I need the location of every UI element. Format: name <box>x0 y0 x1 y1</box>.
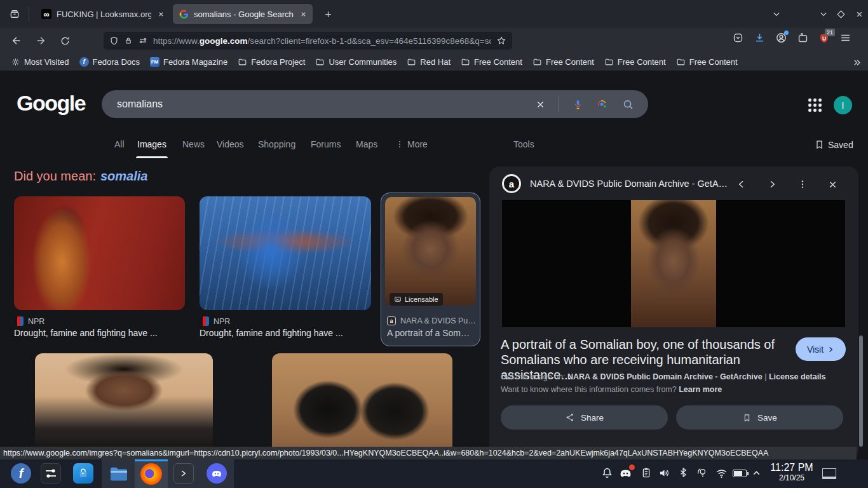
tools-button[interactable]: Tools <box>513 139 534 149</box>
result-source-1[interactable]: NPR <box>14 316 44 326</box>
url-bar[interactable]: https://www.google.com/search?client=fir… <box>104 32 512 50</box>
shield-check-icon[interactable] <box>732 32 744 44</box>
discord-icon[interactable] <box>207 463 227 484</box>
browser-tab-google-search[interactable]: somalians - Google Search <box>173 4 313 24</box>
tab-videos[interactable]: Videos <box>217 139 244 149</box>
window-maximize-button[interactable] <box>834 8 847 20</box>
voice-search-icon[interactable] <box>566 98 590 111</box>
result-title-2[interactable]: Drought, famine and fighting have ... <box>200 328 343 338</box>
tab-close-icon[interactable] <box>158 11 165 18</box>
bookmark-folder-red-hat[interactable]: Red Hat <box>402 55 455 69</box>
share-button[interactable]: Share <box>501 405 668 430</box>
result-source-3[interactable]: a NARA & DVIDS Pu… <box>387 316 476 325</box>
extensions-icon[interactable] <box>797 32 809 44</box>
taskbar-clock[interactable]: 11:27 PM 2/10/25 <box>765 462 818 482</box>
bookmark-fedora-magazine[interactable]: FM Fedora Magazine <box>146 55 232 69</box>
avatar[interactable]: I <box>834 96 852 114</box>
bookmark-most-visited[interactable]: Most Visited <box>6 55 74 69</box>
lock-icon[interactable] <box>124 36 133 45</box>
menu-hamburger-icon[interactable] <box>839 32 851 44</box>
tray-expand-chevron-icon[interactable] <box>751 468 762 478</box>
search-box[interactable]: somalians <box>102 90 648 118</box>
result-title-3[interactable]: A portrait of a Som… <box>387 328 470 338</box>
battery-icon[interactable] <box>733 470 747 477</box>
back-icon[interactable] <box>9 33 24 48</box>
panel-scrollbar[interactable] <box>859 336 863 447</box>
search-input[interactable]: somalians <box>117 98 528 110</box>
tab-news[interactable]: News <box>182 139 205 149</box>
list-all-tabs-icon[interactable] <box>770 8 783 20</box>
permissions-icon[interactable] <box>138 36 148 46</box>
tab-shopping[interactable]: Shopping <box>258 139 295 149</box>
result-image-1[interactable] <box>14 196 185 310</box>
downloads-icon[interactable] <box>754 32 766 44</box>
saved-button[interactable]: Saved <box>814 139 853 150</box>
bookmark-folder-fedora-project[interactable]: Fedora Project <box>233 55 309 69</box>
account-icon[interactable] <box>775 32 787 44</box>
screen: ∞ FUCKING | Looksmax.org somalians - Goo… <box>0 0 868 488</box>
bookmark-folder-user-communities[interactable]: User Communities <box>311 55 401 69</box>
fedora-menu-icon[interactable]: f <box>11 463 31 484</box>
ublock-origin-icon[interactable]: 21 <box>818 32 830 44</box>
license-details-link[interactable]: License details <box>769 372 826 381</box>
google-lens-icon[interactable] <box>590 98 614 111</box>
bookmark-folder-free-content-4[interactable]: Free Content <box>672 55 742 69</box>
previous-image-chevron-icon[interactable] <box>735 177 749 191</box>
result-image-2[interactable] <box>200 196 371 310</box>
software-store-icon[interactable] <box>73 463 93 484</box>
bookmark-fedora-docs[interactable]: f Fedora Docs <box>75 55 144 69</box>
preview-close-icon[interactable] <box>825 177 839 191</box>
preview-source-link[interactable]: NARA & DVIDS Public Domain Archive - Get… <box>567 372 763 381</box>
new-tab-button[interactable] <box>321 7 335 21</box>
visit-button[interactable]: Visit <box>796 337 846 361</box>
next-image-chevron-icon[interactable] <box>765 177 779 191</box>
result-image-5[interactable] <box>272 353 452 447</box>
google-apps-grid-icon[interactable] <box>808 98 822 112</box>
discord-tray-icon[interactable] <box>618 466 633 480</box>
night-light-icon[interactable] <box>696 466 709 479</box>
bookmark-folder-free-content-1[interactable]: Free Content <box>456 55 527 69</box>
learn-more-link[interactable]: Learn more <box>679 385 722 394</box>
notifications-bell-icon[interactable] <box>600 466 614 480</box>
wifi-icon[interactable] <box>715 466 728 480</box>
search-submit-icon[interactable] <box>614 98 642 111</box>
bookmark-folder-free-content-2[interactable]: Free Content <box>528 55 599 69</box>
did-you-mean-link[interactable]: somalia <box>100 169 147 183</box>
save-button[interactable]: Save <box>676 405 843 430</box>
show-desktop-button[interactable] <box>822 468 836 479</box>
window-close-button[interactable] <box>853 8 865 20</box>
settings-tweaks-icon[interactable] <box>41 463 61 484</box>
bluetooth-icon[interactable] <box>677 466 689 478</box>
files-icon[interactable] <box>108 464 128 484</box>
forward-icon[interactable] <box>33 33 48 48</box>
tab-maps[interactable]: Maps <box>356 139 377 149</box>
clipboard-icon[interactable] <box>640 466 653 479</box>
bookmark-star-icon[interactable] <box>496 36 506 46</box>
result-title-1[interactable]: Drought, famine and fighting have ... <box>14 328 158 338</box>
preview-more-options-icon[interactable] <box>796 177 810 191</box>
reload-icon[interactable] <box>57 33 72 48</box>
tab-forums[interactable]: Forums <box>311 139 341 149</box>
tab-images[interactable]: Images <box>137 139 166 149</box>
tab-all[interactable]: All <box>114 139 125 149</box>
terminal-icon[interactable] <box>173 463 194 484</box>
folder-icon <box>407 57 416 67</box>
firefox-icon[interactable] <box>140 463 162 485</box>
window-minimize-button[interactable] <box>817 8 830 20</box>
result-image-3[interactable] <box>385 197 476 306</box>
result-source-2[interactable]: NPR <box>200 316 230 326</box>
tab-more[interactable]: More <box>395 139 428 149</box>
google-logo[interactable]: Google <box>17 91 85 116</box>
firefox-view-icon[interactable] <box>8 7 22 21</box>
volume-icon[interactable] <box>658 466 671 480</box>
preview-source-title[interactable]: NARA & DVIDS Public Domain Archive - Get… <box>530 179 728 189</box>
tracking-protection-shield-icon[interactable] <box>109 36 119 46</box>
browser-tab-looksmax[interactable]: ∞ FUCKING | Looksmax.org <box>36 4 170 24</box>
preview-image[interactable] <box>631 200 716 327</box>
result-image-4[interactable] <box>35 353 213 447</box>
tab-close-icon[interactable] <box>300 11 307 18</box>
clear-search-icon[interactable] <box>528 99 552 110</box>
bookmarks-overflow-chevron-icon[interactable] <box>850 56 864 69</box>
getarchive-logo[interactable]: a <box>502 174 521 193</box>
bookmark-folder-free-content-3[interactable]: Free Content <box>600 55 670 69</box>
